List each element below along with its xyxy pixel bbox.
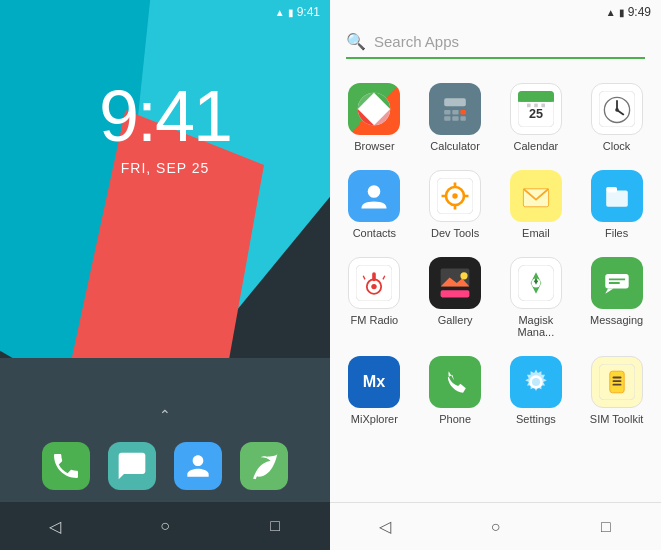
app-label: Dev Tools (431, 227, 479, 239)
app-icon-ic-email (510, 170, 562, 222)
app-item-settings[interactable]: Settings (496, 346, 577, 433)
magisk-dock-icon (248, 450, 280, 482)
svg-rect-63 (612, 377, 621, 379)
app-item-dev-tools[interactable]: Dev Tools (415, 160, 496, 247)
swipe-hint: ⌃ (0, 406, 330, 424)
app-label: SIM Toolkit (590, 413, 644, 425)
svg-rect-4 (444, 110, 450, 115)
app-icon-ic-browser (348, 83, 400, 135)
app-item-sim-toolkit[interactable]: SIM Toolkit (576, 346, 657, 433)
search-icon: 🔍 (346, 32, 366, 51)
dock-phone-button[interactable] (42, 442, 90, 490)
svg-rect-14 (527, 104, 531, 108)
svg-point-23 (368, 185, 381, 198)
svg-point-26 (452, 193, 457, 198)
app-icon-ic-settings (510, 356, 562, 408)
app-label: Clock (603, 140, 631, 152)
app-icon-ic-messaging (591, 257, 643, 309)
right-back-button[interactable]: ◁ (367, 509, 403, 545)
dock-magisk-button[interactable] (240, 442, 288, 490)
svg-point-1 (368, 103, 381, 116)
app-icon-ic-devtools (429, 170, 481, 222)
app-item-gallery[interactable]: Gallery (415, 247, 496, 346)
right-status-bar: ▲ ▮ 9:49 (330, 0, 661, 24)
left-status-bar: ▲ ▮ 9:41 (0, 0, 330, 24)
app-item-phone[interactable]: Phone (415, 346, 496, 433)
svg-rect-2 (437, 91, 473, 127)
left-clock: 9:41 FRI, SEP 25 (0, 80, 330, 176)
search-placeholder: Search Apps (374, 33, 459, 50)
app-label: Browser (354, 140, 394, 152)
app-item-calendar[interactable]: 25Calendar (496, 73, 577, 160)
apps-grid: BrowserCalculator25CalendarClockContacts… (330, 65, 661, 441)
app-label: Calculator (430, 140, 480, 152)
app-item-email[interactable]: Email (496, 160, 577, 247)
app-label: Contacts (353, 227, 396, 239)
contacts-dock-icon (182, 450, 214, 482)
left-dock-area: ⌃ (0, 406, 330, 500)
right-signal-icon: ▲ (606, 7, 616, 18)
svg-rect-62 (612, 384, 621, 386)
app-item-contacts[interactable]: Contacts (334, 160, 415, 247)
app-item-magisk-mana...[interactable]: Magisk Mana... (496, 247, 577, 346)
right-phone: ▲ ▮ 9:49 🔍 Search Apps BrowserCalculator… (330, 0, 661, 550)
app-icon-ic-gallery (429, 257, 481, 309)
sms-dock-icon (116, 450, 148, 482)
app-icon-ic-contacts (348, 170, 400, 222)
app-item-messaging[interactable]: Messaging (576, 247, 657, 346)
app-label: MiXplorer (351, 413, 398, 425)
svg-point-21 (615, 108, 619, 112)
app-icon-ic-fmradio (348, 257, 400, 309)
left-phone: ▲ ▮ 9:41 9:41 FRI, SEP 25 ⌃ (0, 0, 330, 550)
svg-point-45 (461, 272, 468, 279)
app-label: Magisk Mana... (500, 314, 573, 338)
svg-rect-39 (373, 272, 377, 281)
svg-rect-46 (441, 290, 470, 297)
svg-rect-50 (605, 274, 628, 288)
svg-text:25: 25 (529, 107, 543, 121)
svg-rect-34 (606, 191, 628, 207)
app-icon-ic-magisk (510, 257, 562, 309)
svg-rect-5 (452, 110, 458, 115)
svg-rect-15 (534, 104, 538, 108)
svg-point-38 (372, 284, 377, 289)
svg-text:Mx: Mx (363, 372, 386, 390)
app-label: Email (522, 227, 550, 239)
app-label: Files (605, 227, 628, 239)
app-item-mixplorer[interactable]: MxMiXplorer (334, 346, 415, 433)
app-item-files[interactable]: Files (576, 160, 657, 247)
svg-rect-56 (437, 364, 473, 400)
app-label: Settings (516, 413, 556, 425)
svg-rect-8 (452, 116, 458, 121)
svg-rect-35 (606, 187, 617, 192)
app-item-clock[interactable]: Clock (576, 73, 657, 160)
right-recent-button[interactable]: □ (588, 509, 624, 545)
dock-sms-button[interactable] (108, 442, 156, 490)
app-item-calculator[interactable]: Calculator (415, 73, 496, 160)
svg-rect-7 (444, 116, 450, 121)
dock-contacts-button[interactable] (174, 442, 222, 490)
app-icon-ic-clock (591, 83, 643, 135)
svg-rect-12 (518, 98, 554, 102)
right-time: 9:49 (628, 5, 651, 19)
svg-rect-9 (461, 116, 466, 121)
right-battery-icon: ▮ (619, 7, 625, 18)
svg-rect-6 (461, 110, 466, 115)
svg-rect-36 (356, 265, 392, 301)
left-back-button[interactable]: ◁ (37, 508, 73, 544)
app-icon-ic-calculator (429, 83, 481, 135)
svg-rect-61 (612, 380, 621, 382)
app-icon-ic-phone (429, 356, 481, 408)
app-item-fm-radio[interactable]: FM Radio (334, 247, 415, 346)
right-home-button[interactable]: ○ (477, 509, 513, 545)
app-label: Phone (439, 413, 471, 425)
search-bar[interactable]: 🔍 Search Apps (346, 32, 645, 59)
app-label: Gallery (438, 314, 473, 326)
phone-dock-icon (50, 450, 82, 482)
app-item-browser[interactable]: Browser (334, 73, 415, 160)
left-recent-button[interactable]: □ (257, 508, 293, 544)
right-status-icons: ▲ ▮ 9:49 (606, 5, 651, 19)
left-clock-time: 9:41 (0, 80, 330, 152)
left-time: 9:41 (297, 5, 320, 19)
left-home-button[interactable]: ○ (147, 508, 183, 544)
